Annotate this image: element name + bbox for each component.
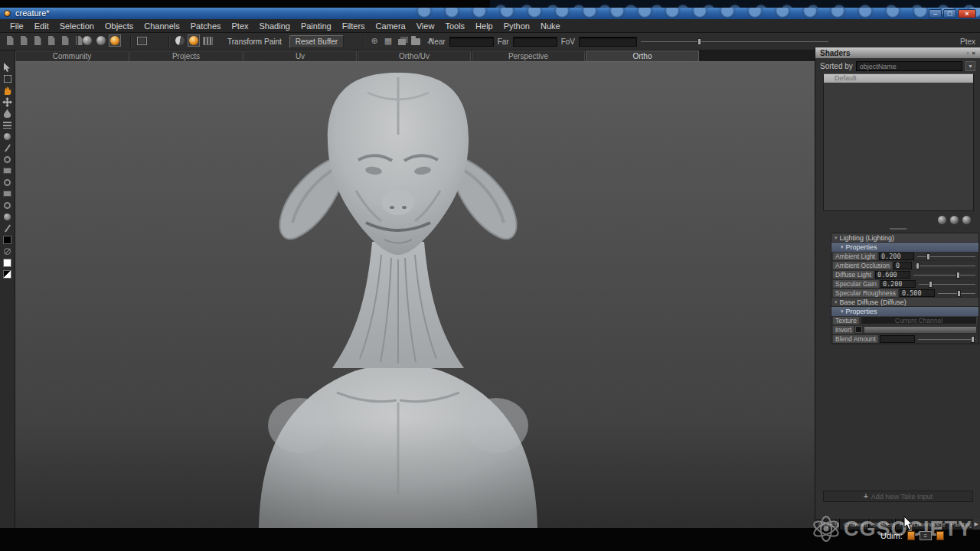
layer-list-tool[interactable]	[2, 120, 14, 129]
blur-tool[interactable]	[2, 178, 14, 187]
slider-handle[interactable]	[971, 336, 975, 343]
tab-ortho-uv[interactable]: Ortho/Uv	[358, 51, 471, 61]
shader-list[interactable]: Default	[823, 73, 974, 211]
menu-camera[interactable]: Camera	[371, 21, 411, 31]
near-input[interactable]	[449, 37, 494, 47]
slider-handle[interactable]	[956, 272, 960, 279]
mode-sphere-active-icon[interactable]	[109, 35, 120, 46]
ptex-palette-tab[interactable]: Ptex	[960, 37, 975, 46]
pan-hand-tool[interactable]	[2, 86, 14, 95]
diffuse-properties-header[interactable]: ▾ Properties	[831, 307, 978, 316]
menu-patches[interactable]: Patches	[185, 21, 227, 31]
close-project-icon[interactable]	[18, 35, 29, 46]
transform-paint-button[interactable]: Transform Paint	[223, 36, 286, 47]
param-value-field[interactable]: 0.200	[880, 280, 916, 288]
blend-amount-field[interactable]	[880, 335, 915, 343]
sort-dropdown-arrow-icon[interactable]: ▼	[965, 61, 975, 71]
collapse-arrow-icon[interactable]: ▾	[835, 235, 838, 241]
param-value-field[interactable]: 0.600	[875, 271, 910, 279]
slider-handle[interactable]	[916, 262, 920, 269]
shader-preview-sphere-3[interactable]	[962, 216, 971, 224]
collapse-arrow-icon[interactable]: ▾	[841, 308, 844, 315]
image-view-icon[interactable]: ▦	[383, 35, 394, 46]
airbrush-tool[interactable]	[2, 212, 14, 221]
menu-painting[interactable]: Painting	[296, 21, 337, 31]
fov-input[interactable]	[579, 37, 637, 47]
brush-tool[interactable]	[2, 143, 14, 152]
shader-preview-sphere-2[interactable]	[950, 216, 959, 224]
background-color-swatch[interactable]	[2, 258, 14, 267]
far-input[interactable]	[513, 37, 557, 47]
menu-help[interactable]: Help	[470, 21, 498, 31]
layers-icon[interactable]	[397, 35, 407, 46]
marquee-select-tool[interactable]	[2, 74, 14, 83]
panel-drag-handle[interactable]	[890, 228, 906, 230]
tab-uv[interactable]: Uv	[243, 51, 357, 61]
tab-community[interactable]: Community	[15, 51, 129, 61]
blend-amount-slider[interactable]	[916, 334, 977, 344]
save-project-icon[interactable]	[32, 35, 43, 46]
ptex-setup-icon[interactable]	[60, 35, 70, 46]
menu-view[interactable]: View	[411, 21, 440, 31]
pen-line-tool[interactable]	[2, 223, 14, 233]
menu-nuke[interactable]: Nuke	[535, 21, 566, 31]
fov-slider-handle[interactable]	[697, 38, 701, 45]
tab-projects[interactable]: Projects	[129, 51, 243, 61]
menu-file[interactable]: File	[5, 21, 29, 31]
gradient-tool[interactable]	[2, 189, 14, 198]
diffuse-section-header[interactable]: ▾ Base Diffuse (Diffuse)	[831, 298, 978, 307]
shader-item-default[interactable]: Default	[824, 74, 973, 83]
paint-buffer-film-icon[interactable]	[202, 35, 213, 46]
paint-sphere-tool[interactable]	[2, 132, 14, 141]
sort-dropdown[interactable]: objectName	[856, 61, 962, 71]
creature-model[interactable]	[15, 62, 815, 528]
mode-sphere-icon-1[interactable]	[82, 35, 93, 46]
lighting-section-header[interactable]: ▾ Lighting (Lighting)	[831, 233, 978, 243]
param-slider[interactable]	[917, 279, 977, 289]
param-slider[interactable]	[913, 261, 977, 270]
param-slider[interactable]	[916, 252, 977, 261]
folder-icon[interactable]	[410, 35, 421, 46]
slider-handle[interactable]	[926, 253, 930, 260]
param-slider[interactable]	[912, 270, 977, 279]
palette-close-icon[interactable]: ×	[972, 50, 975, 57]
no-color-toggle[interactable]	[2, 246, 14, 256]
clone-stamp-tool[interactable]	[2, 166, 14, 175]
invert-checkbox[interactable]	[855, 326, 862, 333]
canvas-monitor-icon[interactable]	[136, 35, 147, 46]
slider-handle[interactable]	[957, 290, 961, 297]
add-new-take-input-button[interactable]: + Add New Take Input	[823, 491, 973, 502]
collapse-arrow-icon[interactable]: ▾	[841, 244, 844, 250]
fov-slider[interactable]	[641, 37, 828, 47]
3d-viewport[interactable]	[15, 61, 815, 528]
reset-buffer-button[interactable]: Reset Buffer	[289, 35, 344, 48]
new-project-icon[interactable]	[5, 35, 15, 46]
menu-objects[interactable]: Objects	[100, 21, 139, 31]
move-transform-tool[interactable]	[2, 97, 14, 106]
lighting-full-icon[interactable]	[188, 35, 199, 46]
param-value-field[interactable]: 0	[893, 262, 912, 269]
palette-tabs-more-button[interactable]: ▶	[972, 519, 980, 530]
foreground-color-swatch[interactable]	[2, 235, 14, 244]
open-project-icon[interactable]	[46, 35, 57, 46]
menu-channels[interactable]: Channels	[139, 21, 185, 31]
palette-float-icon[interactable]: ▫	[966, 50, 969, 57]
collapse-arrow-icon[interactable]: ▾	[835, 299, 838, 305]
wireframe-globe-icon[interactable]: ⊕	[369, 35, 380, 46]
shader-preview-sphere-1[interactable]	[938, 216, 946, 224]
titlebar[interactable]	[0, 8, 980, 19]
menu-ptex[interactable]: Ptex	[227, 21, 254, 31]
shaders-palette-header[interactable]: Shaders ▫ ×	[815, 47, 980, 58]
select-cursor-tool[interactable]	[2, 63, 14, 72]
udim-value-box[interactable]: ≡	[920, 531, 932, 540]
tab-perspective[interactable]: Perspective	[472, 51, 585, 61]
eraser-tool[interactable]	[2, 155, 14, 164]
slider-handle[interactable]	[929, 281, 933, 288]
menu-filters[interactable]: Filters	[337, 21, 371, 31]
mode-sphere-icon-2[interactable]	[96, 35, 106, 46]
udim-lock-icon[interactable]	[907, 531, 915, 540]
drop-tool[interactable]	[2, 109, 14, 118]
lighting-half-icon[interactable]	[175, 35, 185, 46]
menu-edit[interactable]: Edit	[29, 21, 54, 31]
menu-shading[interactable]: Shading	[254, 21, 296, 31]
